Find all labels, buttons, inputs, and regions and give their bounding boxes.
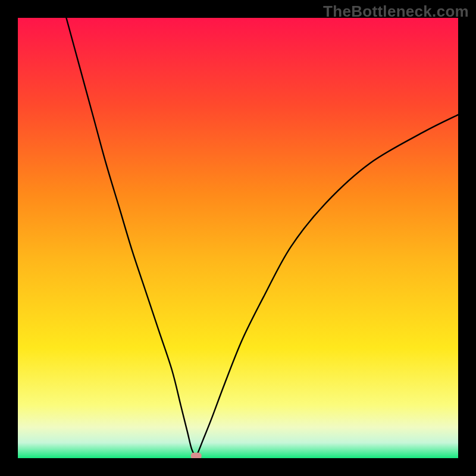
bottleneck-plot	[18, 18, 458, 458]
optimum-marker	[191, 453, 202, 458]
attribution-text: TheBottleneck.com	[323, 2, 469, 21]
chart-frame: TheBottleneck.com	[0, 0, 476, 476]
